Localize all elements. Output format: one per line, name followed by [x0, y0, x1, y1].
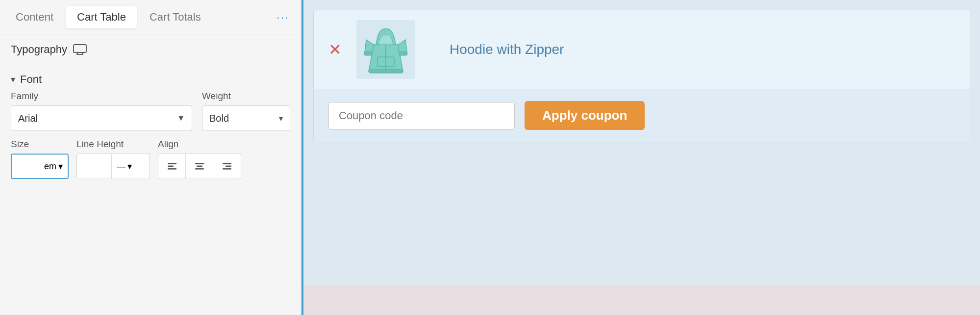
size-input-wrap: em ▾: [11, 154, 69, 179]
chevron-down-icon: ▾: [11, 74, 15, 85]
svg-rect-9: [195, 168, 204, 170]
align-right-button[interactable]: [213, 154, 241, 179]
font-label: Font: [20, 73, 42, 86]
family-group: Family Arial ▼: [11, 91, 192, 131]
typography-section: Typography: [0, 34, 301, 65]
line-height-unit-arrow-icon: ▾: [127, 161, 132, 172]
svg-rect-11: [226, 166, 231, 167]
line-height-input-wrap: — ▾: [76, 154, 150, 179]
svg-rect-16: [399, 52, 407, 55]
size-label: Size: [11, 139, 69, 150]
coupon-input[interactable]: [328, 102, 515, 130]
size-unit-arrow-icon: ▾: [58, 161, 63, 172]
svg-rect-7: [195, 163, 204, 164]
family-select[interactable]: Arial ▼: [11, 105, 192, 131]
product-name: Hoodie with Zipper: [450, 42, 564, 57]
svg-rect-15: [364, 52, 373, 55]
size-unit-select[interactable]: em ▾: [39, 155, 68, 178]
cart-content: ✕: [313, 10, 970, 142]
pink-overlay: [303, 286, 980, 315]
svg-rect-10: [223, 163, 231, 164]
size-lineheight-align-row: Size em ▾ Line Height — ▾: [11, 139, 290, 179]
family-label: Family: [11, 91, 192, 102]
svg-rect-8: [197, 166, 202, 167]
svg-rect-6: [168, 168, 176, 170]
line-height-group: Line Height — ▾: [76, 139, 150, 179]
svg-rect-12: [223, 168, 231, 170]
hoodie-icon: [364, 25, 408, 74]
svg-rect-17: [369, 69, 403, 73]
left-panel: Content Cart Table Cart Totals ··· Typog…: [0, 0, 302, 315]
tabs-bar: Content Cart Table Cart Totals ···: [0, 0, 301, 34]
typography-label: Typography: [11, 43, 67, 56]
align-center-button[interactable]: [186, 154, 213, 179]
align-group: Align: [158, 139, 241, 179]
tab-cart-totals[interactable]: Cart Totals: [139, 6, 212, 28]
svg-rect-5: [168, 166, 174, 167]
svg-rect-0: [74, 45, 86, 52]
weight-select[interactable]: Bold ▾: [202, 105, 290, 131]
weight-value: Bold: [209, 113, 229, 124]
weight-label: Weight: [202, 91, 290, 102]
remove-item-button[interactable]: ✕: [328, 42, 342, 57]
weight-arrow-icon: ▾: [279, 114, 283, 123]
product-image: [356, 20, 415, 79]
cart-item-row: ✕: [314, 10, 970, 89]
line-height-unit-select[interactable]: — ▾: [111, 154, 137, 179]
right-panel: ✕: [302, 0, 980, 315]
align-label: Align: [158, 139, 241, 150]
family-value: Arial: [18, 113, 38, 124]
coupon-row: Apply coupon: [314, 89, 970, 142]
size-group: Size em ▾: [11, 139, 69, 179]
monitor-icon[interactable]: [73, 44, 87, 55]
svg-rect-4: [168, 163, 176, 164]
tab-cart-table[interactable]: Cart Table: [66, 6, 137, 28]
size-unit-value: em: [44, 161, 56, 172]
family-arrow-icon: ▼: [177, 114, 185, 123]
line-height-unit-value: —: [117, 161, 126, 172]
family-weight-row: Family Arial ▼ Weight Bold ▾: [11, 91, 290, 131]
apply-coupon-button[interactable]: Apply coupon: [525, 101, 645, 130]
size-input[interactable]: [12, 155, 39, 178]
tab-content[interactable]: Content: [5, 6, 64, 28]
line-height-label: Line Height: [76, 139, 150, 150]
line-height-input[interactable]: [77, 154, 111, 179]
font-section: ▾ Font Family Arial ▼ Weight Bold ▾: [0, 65, 301, 184]
weight-group: Weight Bold ▾: [202, 91, 290, 131]
font-header[interactable]: ▾ Font: [11, 65, 290, 91]
align-left-button[interactable]: [158, 154, 186, 179]
align-buttons: [158, 154, 241, 179]
more-tabs-button[interactable]: ···: [270, 6, 296, 28]
